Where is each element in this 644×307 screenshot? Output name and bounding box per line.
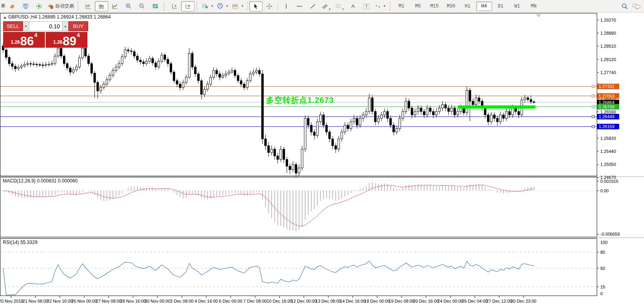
svg-text:0.001915: 0.001915 — [600, 179, 618, 184]
buy-price-big: 89 — [63, 36, 76, 47]
svg-text:-0.006659: -0.006659 — [600, 232, 620, 236]
chart-annotation-text[interactable]: 多空转折点1.2673 — [266, 95, 334, 106]
svg-text:19 Dec 08:00: 19 Dec 08:00 — [389, 299, 414, 303]
svg-text:1.26739: 1.26739 — [599, 104, 614, 109]
macd-pane[interactable] — [0, 182, 597, 231]
svg-text:27 Nov 08:00: 27 Nov 08:00 — [96, 299, 121, 303]
svg-text:80: 80 — [600, 250, 605, 255]
svg-text:12 Dec 00:00: 12 Dec 00:00 — [291, 299, 316, 303]
one-click-toggle-icon[interactable]: ▲ — [3, 15, 7, 19]
svg-text:20 Nov 2018: 20 Nov 2018 — [0, 299, 23, 303]
svg-text:27 Dec 12:00: 27 Dec 12:00 — [486, 299, 512, 303]
svg-text:14 Dec 16:00: 14 Dec 16:00 — [340, 299, 365, 303]
svg-text:15: 15 — [600, 285, 605, 289]
svg-text:20 Dec 16:00: 20 Dec 16:00 — [413, 299, 439, 303]
svg-text:1.29270: 1.29270 — [600, 18, 616, 22]
svg-text:13 Dec 08:00: 13 Dec 08:00 — [315, 299, 341, 303]
svg-text:0: 0 — [600, 291, 603, 296]
price-chart-pane[interactable] — [0, 13, 644, 296]
svg-text:1.28890: 1.28890 — [600, 31, 616, 35]
macd-label: MACD(12,26,9) 0.000631 0.000060 — [3, 178, 78, 184]
svg-text:1.27740: 1.27740 — [600, 70, 616, 75]
volume-decrease-button[interactable]: ▼ — [23, 21, 29, 31]
price-axis[interactable]: 1.292701.288901.285101.281201.277401.273… — [597, 18, 620, 296]
svg-text:1.26590: 1.26590 — [600, 110, 616, 114]
chart-canvas: 1.292701.288901.285101.281201.277401.273… — [0, 13, 644, 307]
svg-text:26 Dec 04:00: 26 Dec 04:00 — [462, 299, 487, 303]
svg-text:1.26449: 1.26449 — [599, 114, 614, 119]
svg-text:100: 100 — [600, 240, 607, 245]
volume-input[interactable] — [29, 21, 62, 31]
svg-text:1.28510: 1.28510 — [600, 44, 616, 48]
sell-price-sup: 4 — [34, 32, 37, 38]
one-click-trading-panel: SELL ▼ ▲ BUY 1.26864 1.26894 — [3, 21, 88, 48]
svg-text:28 Nov 16:00: 28 Nov 16:00 — [120, 299, 146, 303]
sell-price-big: 86 — [20, 36, 34, 47]
svg-text:26 Nov 00:00: 26 Nov 00:00 — [71, 299, 97, 303]
chart-shift-marker[interactable] — [536, 14, 541, 17]
buy-price-prefix: 1.26 — [53, 39, 62, 45]
volume-increase-button[interactable]: ▲ — [62, 21, 68, 31]
svg-text:1.25820: 1.25820 — [600, 136, 616, 141]
svg-text:21 Nov 08:00: 21 Nov 08:00 — [22, 299, 48, 303]
svg-text:1.25440: 1.25440 — [600, 149, 616, 154]
chart-title-text: GBPUSD-,H4 1.26885 1.26924 1.26833 1.268… — [8, 14, 111, 20]
mt4-window: 单 自动交易 — [0, 0, 644, 307]
svg-text:6 Dec 00:00: 6 Dec 00:00 — [219, 299, 242, 303]
svg-text:22 Nov 16:00: 22 Nov 16:00 — [47, 299, 72, 303]
svg-text:7 Dec 08:00: 7 Dec 08:00 — [243, 299, 266, 303]
svg-text:1.26159: 1.26159 — [599, 124, 614, 129]
buy-price-sup: 4 — [77, 32, 80, 38]
svg-text:1.25050: 1.25050 — [600, 162, 616, 167]
svg-text:24 Dec 00:00: 24 Dec 00:00 — [437, 299, 463, 303]
svg-text:10 Dec 16:00: 10 Dec 16:00 — [266, 299, 292, 303]
time-axis[interactable]: 20 Nov 201821 Nov 08:0022 Nov 16:0026 No… — [0, 296, 537, 303]
buy-price-button[interactable]: 1.26894 — [46, 32, 87, 48]
sell-price-button[interactable]: 1.26864 — [3, 32, 45, 48]
rsi-label: RSI(14) 55.3329 — [3, 240, 37, 245]
svg-text:18 Dec 00:00: 18 Dec 00:00 — [364, 299, 390, 303]
svg-text:4 Dec 16:00: 4 Dec 16:00 — [194, 299, 218, 303]
sell-price-prefix: 1.26 — [11, 39, 20, 45]
svg-text:1.28120: 1.28120 — [600, 57, 616, 62]
svg-text:1.27331: 1.27331 — [599, 84, 614, 89]
chart-title: ▲GBPUSD-,H4 1.26885 1.26924 1.26833 1.26… — [3, 14, 111, 20]
sell-button[interactable]: SELL — [3, 21, 23, 31]
buy-button[interactable]: BUY — [68, 21, 88, 31]
svg-text:3 Dec 08:00: 3 Dec 08:00 — [170, 299, 193, 303]
rsi-pane[interactable] — [0, 252, 597, 295]
svg-text:30 Nov 00:00: 30 Nov 00:00 — [144, 299, 170, 303]
svg-text:0.00: 0.00 — [600, 188, 609, 193]
svg-text:50: 50 — [600, 266, 605, 271]
svg-text:1.27053: 1.27053 — [599, 94, 614, 99]
svg-text:30 Dec 23:00: 30 Dec 23:00 — [511, 299, 536, 303]
